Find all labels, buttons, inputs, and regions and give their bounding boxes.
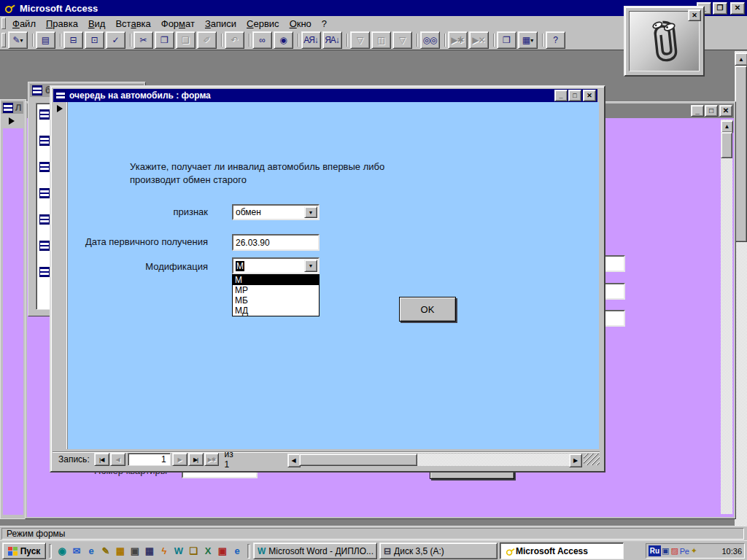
app-restore-button[interactable]: ❐ xyxy=(713,2,727,15)
app-title: Microsoft Access xyxy=(20,3,98,14)
spelling-button[interactable]: ✓ xyxy=(106,31,125,49)
display-tray-icon[interactable]: ▣ xyxy=(662,546,669,556)
paste-button[interactable]: ❑ xyxy=(176,31,196,49)
record-number-box[interactable]: 1 xyxy=(128,453,171,466)
task-button-word[interactable]: W Microsoft Word - ДИПЛО... xyxy=(253,542,377,559)
internet-explorer2-icon[interactable]: e xyxy=(230,544,244,559)
web-toolbar-button[interactable]: ◉ xyxy=(274,31,293,49)
date-label: Дата первичного получения xyxy=(59,236,208,247)
toolbar-grip[interactable] xyxy=(1,18,6,29)
previous-record-button[interactable]: ◀ xyxy=(110,453,125,466)
menu-insert[interactable]: Вставка xyxy=(110,17,155,31)
menu-view[interactable]: Вид xyxy=(83,17,111,31)
filter-by-form-button[interactable]: ◫ xyxy=(371,31,391,49)
dropdown-arrow-icon[interactable]: ▼ xyxy=(304,206,317,218)
wordpad-icon[interactable]: ❏ xyxy=(186,544,201,559)
notes-icon[interactable]: ✎ xyxy=(98,544,113,559)
dialog-titlebar[interactable]: очередь на автомобиль : форма _ □ ✕ xyxy=(53,89,597,102)
form-item-icon[interactable] xyxy=(39,188,50,198)
form-item-icon[interactable] xyxy=(39,267,50,277)
dialog-close-button[interactable]: ✕ xyxy=(583,90,596,101)
menu-window[interactable]: Окно xyxy=(285,17,317,31)
maximize-button[interactable]: □ xyxy=(705,105,718,117)
copy-button[interactable]: ❐ xyxy=(155,31,174,49)
office-toolbar-icon[interactable]: ▦ xyxy=(113,544,128,559)
channels-icon[interactable]: ◉ xyxy=(55,544,69,559)
menu-file[interactable]: Файл xyxy=(7,17,41,31)
internet-explorer-icon[interactable]: e xyxy=(84,544,98,559)
print-preview-button[interactable]: ⊡ xyxy=(85,31,104,49)
workspace-vertical-scrollbar[interactable]: ▲ xyxy=(735,51,747,526)
insert-hyperlink-button[interactable]: ∞ xyxy=(252,31,272,49)
close-button[interactable]: ✕ xyxy=(719,105,732,117)
record-selector-strip xyxy=(1,115,23,127)
form-item-icon[interactable] xyxy=(39,109,50,120)
form-horizontal-scrollbar[interactable]: ◀ ▶ xyxy=(287,454,582,466)
apply-filter-button[interactable]: ▽ xyxy=(392,31,412,49)
scrollbar-thumb[interactable] xyxy=(735,66,747,242)
format-painter-button[interactable]: ✐ xyxy=(197,31,217,49)
app-close-button[interactable]: ✕ xyxy=(730,2,745,15)
help-button[interactable]: ? xyxy=(546,31,565,49)
undo-button[interactable]: ↶ xyxy=(225,31,244,49)
language-indicator[interactable]: Ru xyxy=(649,545,661,556)
first-record-button[interactable]: |◀ xyxy=(94,453,109,466)
next-record-button[interactable]: ▶ xyxy=(172,453,187,466)
menu-help[interactable]: ? xyxy=(317,17,332,31)
form-view-button[interactable]: ✎ ▾ xyxy=(8,31,28,49)
new-record-button[interactable]: ▶✱ xyxy=(448,31,468,49)
form-item-icon[interactable] xyxy=(39,241,50,251)
network-tray-icon[interactable]: Ре xyxy=(680,547,689,556)
find-button[interactable]: ◎◎ xyxy=(420,31,440,49)
antivirus-tray-icon[interactable]: ▨ xyxy=(670,546,678,556)
toolbar-grip[interactable] xyxy=(1,33,6,47)
display-icon[interactable]: ▣ xyxy=(128,544,142,559)
word-icon[interactable]: W xyxy=(171,544,186,559)
record-selector-bar[interactable] xyxy=(53,102,68,449)
form-item-icon[interactable] xyxy=(39,162,50,172)
cut-button[interactable]: ✂ xyxy=(133,31,153,49)
dropdown-arrow-icon[interactable]: ▼ xyxy=(304,260,317,272)
backup-icon[interactable]: ▣ xyxy=(215,544,230,559)
menu-format[interactable]: Формат xyxy=(156,17,200,31)
resize-grip[interactable] xyxy=(584,454,600,465)
ok-button[interactable]: OK xyxy=(399,297,456,322)
scroll-up-icon[interactable]: ▲ xyxy=(735,52,747,66)
dialog-minimize-button[interactable]: _ xyxy=(554,90,568,101)
task-button-floppy-disk[interactable]: ⊟ Диск 3,5 (A:) xyxy=(379,542,498,559)
key-tray-icon[interactable]: ✦ xyxy=(691,546,697,556)
priznak-combobox[interactable]: обмен ▼ xyxy=(232,204,320,220)
delete-record-button[interactable]: ▶✕ xyxy=(469,31,489,49)
last-record-button[interactable]: ▶| xyxy=(188,453,204,466)
date-textbox[interactable]: 26.03.90 xyxy=(232,234,320,251)
new-record-button[interactable]: ▶✱ xyxy=(204,453,220,466)
database-window-button[interactable]: ❐ xyxy=(497,31,516,49)
calculator-icon[interactable]: ▦ xyxy=(142,544,157,559)
form-item-icon[interactable] xyxy=(39,136,50,146)
minimize-button[interactable]: _ xyxy=(691,105,704,117)
sort-descending-button[interactable]: ЯА↓ xyxy=(322,31,342,49)
sort-ascending-button[interactable]: АЯ↓ xyxy=(301,31,321,49)
print-button[interactable]: ⊟ xyxy=(63,31,83,49)
scrollbar-thumb[interactable] xyxy=(721,132,732,158)
start-button[interactable]: Пуск xyxy=(2,542,46,559)
scroll-right-icon[interactable]: ▶ xyxy=(569,454,582,467)
menu-tools[interactable]: Сервис xyxy=(241,17,285,31)
assistant-close-button[interactable]: ✕ xyxy=(688,9,701,21)
office-assistant-window[interactable]: ✕ xyxy=(624,6,705,77)
scroll-up-icon[interactable]: ▲ xyxy=(721,120,733,133)
excel-icon[interactable]: X xyxy=(201,544,215,559)
filter-by-selection-button[interactable]: ▽ xyxy=(350,31,370,49)
scrollbar-thumb[interactable] xyxy=(299,454,417,466)
form-item-icon[interactable] xyxy=(39,214,50,225)
dialog-maximize-button[interactable]: □ xyxy=(568,90,581,101)
new-object-button[interactable]: ▦ ▾ xyxy=(518,31,538,49)
modif-combobox[interactable]: М ▼ xyxy=(232,257,320,274)
menu-records[interactable]: Записи xyxy=(200,17,241,31)
task-button-access[interactable]: Microsoft Access xyxy=(500,542,624,559)
save-button[interactable]: ▤ xyxy=(36,31,55,49)
menu-edit[interactable]: Правка xyxy=(41,17,83,31)
purple-form-scrollbar[interactable]: ▲ xyxy=(721,120,732,514)
winamp-icon[interactable]: ϟ xyxy=(157,544,171,559)
outlook-express-icon[interactable]: ✉ xyxy=(69,544,84,559)
